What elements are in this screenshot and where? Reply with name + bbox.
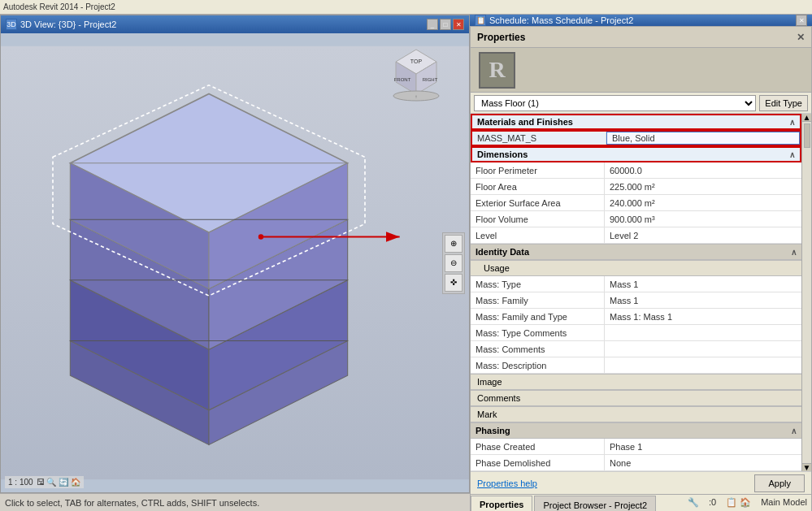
prop-value-mass-family: Mass 1 — [605, 292, 801, 308]
properties-title: Properties — [477, 32, 525, 43]
prop-name-mass-type: Mass: Type — [471, 276, 605, 292]
prop-value-floor-volume: 900.000 m³ — [605, 211, 801, 227]
scroll-thumb[interactable] — [804, 123, 810, 148]
status-text: Click to select, TAB for alternates, CTR… — [5, 498, 259, 508]
navigation-bar: ⊕ ⊖ ✜ — [442, 232, 465, 294]
prop-row-phase-demolished: Phase Demolished None — [471, 455, 801, 471]
svg-text:RIGHT: RIGHT — [423, 77, 438, 82]
section-comments: Comments — [471, 390, 801, 406]
section-image: Image — [471, 374, 801, 390]
collapse-identity-icon[interactable]: ∧ — [791, 248, 797, 257]
prop-row-mass-type-comments: Mass: Type Comments — [471, 325, 801, 341]
schedule-titlebar: 📋 Schedule: Mass Schedule - Project2 ✕ — [470, 15, 812, 26]
prop-name-floor-perimeter: Floor Perimeter — [471, 162, 605, 178]
view-3d-panel: 3D 3D View: {3D} - Project2 _ □ ✕ — [0, 15, 470, 493]
prop-value-exterior-surface: 240.000 m² — [605, 195, 801, 210]
zoom-in-button[interactable]: ⊕ — [445, 235, 462, 253]
prop-name-floor-area: Floor Area — [471, 179, 605, 194]
prop-value-phase-demolished: None — [605, 455, 801, 470]
prop-value-mass-mat-s[interactable]: Blue, Solid — [606, 132, 800, 145]
schedule-close-button[interactable]: ✕ — [796, 15, 807, 26]
prop-value-mass-description — [605, 357, 801, 373]
view-3d-title: 3D View: {3D} - Project2 — [20, 19, 116, 29]
maximize-button[interactable]: □ — [440, 19, 451, 30]
prop-row-floor-area: Floor Area 225.000 m² — [471, 179, 801, 195]
tab-properties[interactable]: Properties — [471, 496, 532, 511]
scale-value: 1 : 100 — [8, 478, 33, 487]
prop-name-floor-volume: Floor Volume — [471, 211, 605, 227]
collapse-materials-icon[interactable]: ∧ — [789, 118, 795, 127]
right-panel: 📋 Schedule: Mass Schedule - Project2 ✕ P… — [470, 15, 812, 493]
svg-point-20 — [258, 234, 263, 239]
minimize-button[interactable]: _ — [427, 19, 438, 30]
status-icon: 🔧 — [688, 497, 699, 508]
zoom-out-button[interactable]: ⊖ — [445, 254, 462, 272]
apply-button[interactable]: Apply — [754, 474, 805, 492]
properties-panel: Properties ✕ R Mass Floor (1) Edit Type — [470, 26, 812, 511]
prop-name-mass-family: Mass: Family — [471, 292, 605, 308]
prop-row-mass-family-type: Mass: Family and Type Mass 1: Mass 1 — [471, 309, 801, 325]
scroll-up-button[interactable]: ▲ — [802, 114, 811, 122]
collapse-dimensions-icon[interactable]: ∧ — [789, 150, 795, 159]
section-identity-data: Identity Data ∧ — [471, 244, 801, 260]
prop-row-exterior-surface: Exterior Surface Area 240.000 m² — [471, 195, 801, 211]
prop-value-mass-type: Mass 1 — [605, 276, 801, 292]
collapse-phasing-icon[interactable]: ∧ — [791, 427, 797, 435]
scale-icons: 🖫 🔍 🔄 🏠 — [37, 478, 80, 487]
prop-name-mass-comments: Mass: Comments — [471, 341, 605, 357]
prop-row-mass-family: Mass: Family Mass 1 — [471, 292, 801, 309]
status-icons-right: 📋 🏠 — [726, 497, 751, 508]
view-3d-canvas[interactable]: TOP FRONT RIGHT ↑ ⊕ ⊖ ✜ 1 : 100 🖫 🔍 🔄 🏠 — [1, 33, 469, 492]
view-3d-titlebar: 3D 3D View: {3D} - Project2 _ □ ✕ — [1, 15, 469, 33]
type-selector-row: Mass Floor (1) Edit Type — [471, 93, 811, 114]
section-usage: Usage — [471, 260, 801, 276]
view-3d-icon: 3D — [6, 19, 17, 30]
prop-value-level: Level 2 — [605, 227, 801, 243]
prop-value-floor-perimeter: 60000.0 — [605, 162, 801, 178]
properties-close-icon[interactable]: ✕ — [797, 32, 805, 43]
svg-text:↑: ↑ — [415, 94, 418, 99]
tab-project-browser[interactable]: Project Browser - Project2 — [534, 496, 656, 511]
properties-header: Properties ✕ — [471, 27, 811, 48]
r-logo: R — [479, 52, 515, 89]
prop-value-mass-family-type: Mass 1: Mass 1 — [605, 309, 801, 324]
prop-row-mass-mat-s: MASS_MAT_S Blue, Solid — [471, 130, 801, 146]
properties-scrollbar[interactable]: ▲ ▼ — [801, 114, 811, 471]
pan-button[interactable]: ✜ — [445, 274, 462, 292]
prop-name-mass-mat-s: MASS_MAT_S — [472, 132, 606, 145]
prop-name-exterior-surface: Exterior Surface Area — [471, 195, 605, 210]
section-materials: Materials and Finishes ∧ — [471, 114, 801, 130]
prop-row-mass-description: Mass: Description — [471, 357, 801, 374]
prop-value-floor-area: 225.000 m² — [605, 179, 801, 194]
mass-floor-dropdown[interactable]: Mass Floor (1) — [474, 95, 756, 111]
r-logo-area: R — [471, 48, 811, 93]
prop-row-level: Level Level 2 — [471, 227, 801, 244]
apply-row: Properties help Apply — [471, 471, 811, 494]
prop-name-mass-description: Mass: Description — [471, 357, 605, 373]
prop-row-phase-created: Phase Created Phase 1 — [471, 439, 801, 455]
view-cube[interactable]: TOP FRONT RIGHT ↑ — [388, 45, 445, 102]
top-bar: Autodesk Revit 2014 - Project2 — [0, 0, 812, 15]
svg-text:TOP: TOP — [410, 58, 423, 64]
prop-name-phase-created: Phase Created — [471, 439, 605, 454]
svg-text:FRONT: FRONT — [394, 77, 411, 82]
section-mark: Mark — [471, 406, 801, 422]
prop-row-floor-volume: Floor Volume 900.000 m³ — [471, 211, 801, 227]
prop-row-mass-type: Mass: Type Mass 1 — [471, 276, 801, 292]
prop-row-floor-perimeter: Floor Perimeter 60000.0 — [471, 162, 801, 179]
status-coords: :0 — [709, 497, 716, 508]
schedule-icon: 📋 — [475, 15, 486, 26]
prop-name-mass-family-type: Mass: Family and Type — [471, 309, 605, 324]
scroll-down-button[interactable]: ▼ — [802, 463, 811, 471]
prop-name-level: Level — [471, 227, 605, 243]
prop-value-mass-type-comments — [605, 325, 801, 340]
prop-name-phase-demolished: Phase Demolished — [471, 455, 605, 470]
close-view-button[interactable]: ✕ — [453, 19, 464, 30]
section-phasing: Phasing ∧ — [471, 422, 801, 439]
properties-help-link[interactable]: Properties help — [477, 479, 537, 488]
scale-bar: 1 : 100 🖫 🔍 🔄 🏠 — [5, 476, 84, 488]
edit-type-button[interactable]: Edit Type — [759, 95, 808, 111]
prop-value-phase-created: Phase 1 — [605, 439, 801, 454]
status-model: Main Model — [761, 497, 807, 508]
prop-value-mass-comments — [605, 341, 801, 357]
